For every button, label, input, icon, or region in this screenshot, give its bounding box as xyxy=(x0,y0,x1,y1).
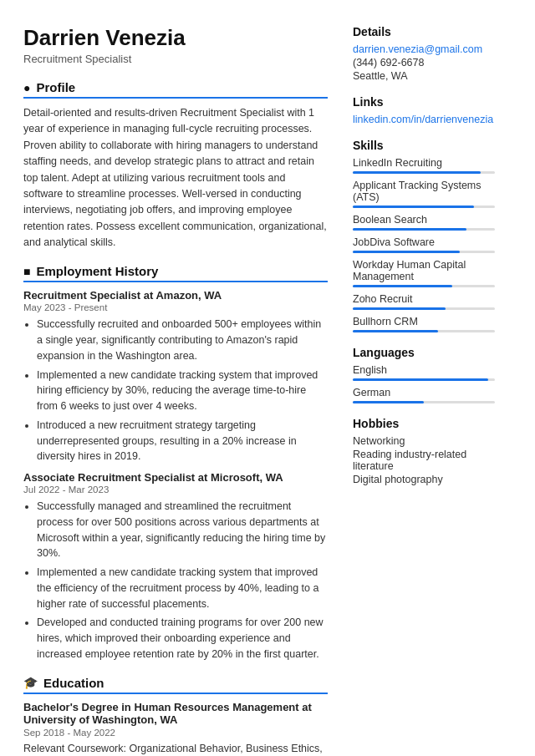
language-bar-bg-1 xyxy=(353,378,495,381)
hobbies-list: NetworkingReading industry-related liter… xyxy=(353,435,495,485)
job-date-2: Jul 2022 - Mar 2023 xyxy=(23,485,328,495)
job-title-1: Recruitment Specialist at Amazon, WA xyxy=(23,289,328,302)
edu-coursework: Relevant Coursework: Organizational Beha… xyxy=(23,741,328,756)
resume-header: Darrien Venezia Recruitment Specialist xyxy=(23,25,328,65)
degree-title: Bachelor's Degree in Human Resources Man… xyxy=(23,701,328,726)
languages-section: Languages English German xyxy=(353,346,495,403)
language-name-2: German xyxy=(353,387,495,398)
skill-bar-bg-6 xyxy=(353,307,495,310)
skill-bar-fill-5 xyxy=(353,285,452,287)
skill-item-3: Boolean Search xyxy=(353,214,495,231)
job-date-1: May 2023 - Present xyxy=(23,302,328,312)
skill-name-6: Zoho Recruit xyxy=(353,293,495,305)
job-bullet-1-3: Introduced a new recruitment strategy ta… xyxy=(37,418,328,464)
profile-section: ● Profile Detail-oriented and results-dr… xyxy=(23,80,328,251)
languages-section-title: Languages xyxy=(353,346,495,359)
skill-bar-fill-6 xyxy=(353,307,446,310)
employment-section-title: ■ Employment History xyxy=(23,264,328,282)
job-bullet-2-3: Developed and conducted training program… xyxy=(37,615,328,662)
hobby-item-2: Reading industry-related literature xyxy=(353,449,495,472)
skill-name-1: LinkedIn Recruiting xyxy=(353,157,495,169)
languages-list: English German xyxy=(353,364,495,403)
employment-section: ■ Employment History Recruitment Special… xyxy=(23,264,328,662)
profile-section-title: ● Profile xyxy=(23,80,328,99)
skill-bar-bg-2 xyxy=(353,205,495,208)
skill-bar-bg-4 xyxy=(353,251,495,253)
skill-name-3: Boolean Search xyxy=(353,214,495,226)
applicant-name: Darrien Venezia xyxy=(23,25,328,51)
job-bullets-2: Successfully managed and streamlined the… xyxy=(23,499,328,662)
skill-bar-fill-2 xyxy=(353,205,474,208)
skill-bar-fill-7 xyxy=(353,330,438,332)
skill-bar-bg-1 xyxy=(353,171,495,174)
job-item-1: Recruitment Specialist at Amazon, WA May… xyxy=(23,289,328,464)
details-section-title: Details xyxy=(353,25,495,38)
email-link[interactable]: darrien.venezia@gmail.com xyxy=(353,43,495,55)
language-item-1: English xyxy=(353,364,495,381)
skill-bar-bg-5 xyxy=(353,285,495,287)
skill-name-4: JobDiva Software xyxy=(353,236,495,248)
profile-icon: ● xyxy=(23,81,30,94)
skill-item-4: JobDiva Software xyxy=(353,236,495,253)
hobbies-section-title: Hobbies xyxy=(353,417,495,430)
language-item-2: German xyxy=(353,387,495,403)
job-bullets-1: Successfully recruited and onboarded 500… xyxy=(23,317,328,464)
skill-bar-fill-1 xyxy=(353,171,481,174)
hobbies-section: Hobbies NetworkingReading industry-relat… xyxy=(353,417,495,485)
location: Seattle, WA xyxy=(353,70,495,82)
skill-bar-fill-3 xyxy=(353,228,466,231)
details-section: Details darrien.venezia@gmail.com (344) … xyxy=(353,25,495,82)
language-name-1: English xyxy=(353,364,495,376)
applicant-title: Recruitment Specialist xyxy=(23,53,328,65)
hobby-item-1: Networking xyxy=(353,435,495,447)
skill-item-2: Applicant Tracking Systems (ATS) xyxy=(353,180,495,208)
skills-section: Skills LinkedIn Recruiting Applicant Tra… xyxy=(353,139,495,332)
skill-bar-bg-7 xyxy=(353,330,495,332)
skill-item-5: Workday Human Capital Management xyxy=(353,259,495,287)
skill-bar-bg-3 xyxy=(353,228,495,231)
job-bullet-2-1: Successfully managed and streamlined the… xyxy=(37,499,328,561)
language-bar-fill-1 xyxy=(353,378,488,381)
phone: (344) 692-6678 xyxy=(353,57,495,68)
job-item-2: Associate Recruitment Specialist at Micr… xyxy=(23,471,328,662)
skills-list: LinkedIn Recruiting Applicant Tracking S… xyxy=(353,157,495,332)
edu-date: Sep 2018 - May 2022 xyxy=(23,728,328,738)
job-bullet-1-2: Implemented a new candidate tracking sys… xyxy=(37,368,328,414)
skill-name-2: Applicant Tracking Systems (ATS) xyxy=(353,180,495,203)
skill-name-7: Bullhorn CRM xyxy=(353,316,495,327)
skill-item-1: LinkedIn Recruiting xyxy=(353,157,495,174)
job-bullet-1-1: Successfully recruited and onboarded 500… xyxy=(37,317,328,363)
links-section-title: Links xyxy=(353,95,495,109)
education-section: 🎓 Education Bachelor's Degree in Human R… xyxy=(23,676,328,756)
skills-section-title: Skills xyxy=(353,139,495,152)
language-bar-fill-2 xyxy=(353,401,424,403)
employment-icon: ■ xyxy=(23,265,30,278)
skill-bar-fill-4 xyxy=(353,251,460,253)
education-section-title: 🎓 Education xyxy=(23,676,328,694)
profile-text: Detail-oriented and results-driven Recru… xyxy=(23,105,328,251)
hobby-item-3: Digital photography xyxy=(353,474,495,485)
job-title-2: Associate Recruitment Specialist at Micr… xyxy=(23,471,328,484)
links-section: Links linkedin.com/in/darrienvenezia xyxy=(353,95,495,125)
job-bullet-2-2: Implemented a new candidate tracking sys… xyxy=(37,565,328,611)
skill-item-6: Zoho Recruit xyxy=(353,293,495,310)
skill-name-5: Workday Human Capital Management xyxy=(353,259,495,282)
education-icon: 🎓 xyxy=(23,676,38,689)
skill-item-7: Bullhorn CRM xyxy=(353,316,495,332)
language-bar-bg-2 xyxy=(353,401,495,403)
linkedin-link[interactable]: linkedin.com/in/darrienvenezia xyxy=(353,114,495,125)
